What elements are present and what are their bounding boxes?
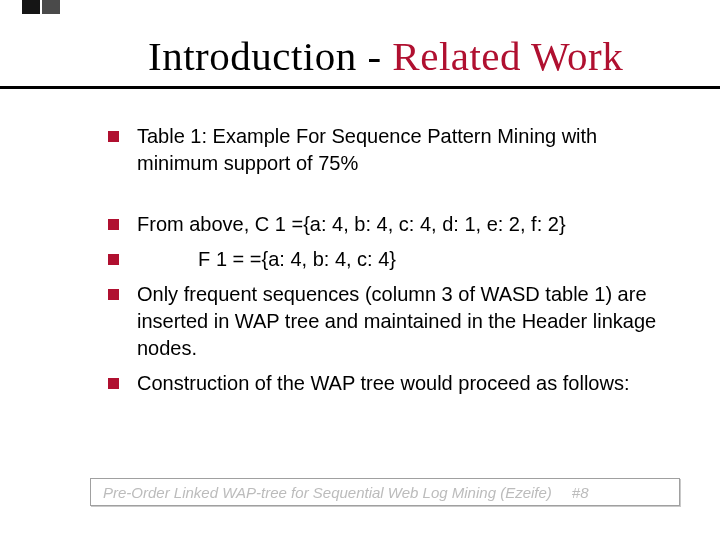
title-intro: Introduction -	[148, 33, 392, 79]
bullet-square-icon	[108, 378, 119, 389]
bullet-square-icon	[108, 219, 119, 230]
bullet-text: F 1 = ={a: 4, b: 4, c: 4}	[137, 246, 672, 273]
decor-stripe-light	[42, 0, 60, 14]
footer-page: #8	[572, 484, 589, 501]
footer-box: Pre-Order Linked WAP-tree for Sequential…	[90, 478, 680, 506]
spacer	[108, 185, 672, 211]
bullet-item: F 1 = ={a: 4, b: 4, c: 4}	[108, 246, 672, 273]
footer-text: Pre-Order Linked WAP-tree for Sequential…	[103, 484, 552, 501]
title-related: Related Work	[392, 33, 623, 79]
slide-title: Introduction - Related Work	[148, 32, 680, 80]
content-area: Table 1: Example For Sequence Pattern Mi…	[0, 89, 720, 397]
bullet-square-icon	[108, 289, 119, 300]
bullet-text: Table 1: Example For Sequence Pattern Mi…	[137, 123, 672, 177]
bullet-square-icon	[108, 254, 119, 265]
title-area: Introduction - Related Work	[0, 0, 720, 80]
bullet-item: Construction of the WAP tree would proce…	[108, 370, 672, 397]
bullet-text: Construction of the WAP tree would proce…	[137, 370, 672, 397]
bullet-text: From above, C 1 ={a: 4, b: 4, c: 4, d: 1…	[137, 211, 672, 238]
bullet-item: From above, C 1 ={a: 4, b: 4, c: 4, d: 1…	[108, 211, 672, 238]
decor-stripe-dark	[22, 0, 40, 14]
bullet-square-icon	[108, 131, 119, 142]
bullet-item: Table 1: Example For Sequence Pattern Mi…	[108, 123, 672, 177]
bullet-item: Only frequent sequences (column 3 of WAS…	[108, 281, 672, 362]
bullet-text: Only frequent sequences (column 3 of WAS…	[137, 281, 672, 362]
